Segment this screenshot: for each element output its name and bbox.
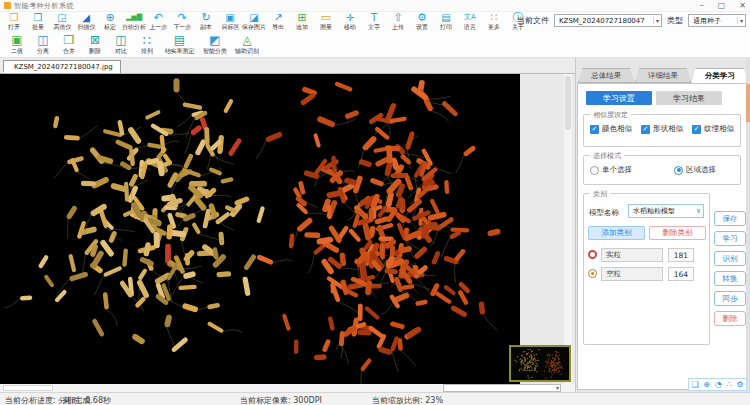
vertical-scrollbar-thumb[interactable] [565, 76, 571, 130]
binary-button[interactable]: ▣二值 [4, 34, 30, 57]
chevron-down-icon: ∨ [694, 207, 701, 215]
export-icon: ↗ [273, 12, 282, 23]
checkbox-label: 颜色相似 [602, 124, 632, 134]
学习-button[interactable]: 学习 [714, 231, 746, 246]
document-tab[interactable]: KZSM_20240727180047.jpg [3, 60, 121, 73]
measure-button[interactable]: ▭测量 [314, 12, 338, 33]
magnifier-device-button[interactable]: ◲高倍仪 [50, 12, 74, 33]
category-name-field[interactable]: 空粒 [601, 267, 663, 281]
target-area-icon: ▣ [225, 12, 234, 23]
close-button[interactable]: ✕ [739, 1, 746, 11]
upload-button[interactable]: ⇧上传 [386, 12, 410, 33]
text-icon: T [371, 12, 377, 23]
tab-detail-results[interactable]: 详细结果 [635, 68, 692, 83]
copy-button[interactable]: ↻副本 [194, 12, 218, 33]
folder-open-button[interactable]: ❐打开 [2, 12, 26, 33]
type-select[interactable]: 通用种子 ▾ [688, 14, 746, 27]
toolbar-item-label: 二值 [11, 47, 23, 56]
maximize-button[interactable]: ▢ [718, 1, 726, 11]
识别-button[interactable]: 识别 [714, 251, 746, 266]
batch-capture-button[interactable]: ❒批量 [26, 12, 50, 33]
status-item-3: 当前缩放比例: 23% [372, 395, 443, 405]
status-item-1: 耗时: 0.68秒 [64, 395, 111, 405]
learning-results-button[interactable]: 学习结果 [656, 91, 722, 105]
trash-button[interactable]: ⊠删除 [82, 34, 108, 57]
smart-classify-icon: ◩ [209, 34, 220, 47]
arrange-button[interactable]: ∷排列 [134, 34, 160, 57]
model-name-select[interactable]: 水稻籼粒模型 ∨ [628, 204, 704, 218]
trash-icon: ⊠ [90, 34, 100, 47]
points-icon[interactable]: ∴ [727, 379, 732, 390]
settings-button[interactable]: ⚙设置 [410, 12, 434, 33]
append-button[interactable]: ⊞追加 [290, 12, 314, 33]
assist-recognize-button[interactable]: ◬辅助识别 [231, 34, 263, 57]
edit-toolbar: ▣二值◫分离❒合并⊠删除◫对比∷排列▤结实率测定◩智能分类◬辅助识别 [0, 31, 750, 58]
minimize-button[interactable]: – [700, 1, 704, 11]
print-button[interactable]: ▤打印 [434, 12, 458, 33]
save-image-button[interactable]: ◪保存图片 [242, 12, 266, 33]
split-button[interactable]: ◫分离 [30, 34, 56, 57]
select-mode-group: 选择模式 单个选择区域选择 [583, 155, 741, 185]
horizontal-scrollbar-thumb[interactable] [3, 385, 53, 391]
category-marker-icon[interactable] [588, 250, 597, 259]
删除-button[interactable]: 删除 [714, 311, 746, 326]
move-button[interactable]: ✛移动 [338, 12, 362, 33]
merge-button[interactable]: ❒合并 [56, 34, 82, 57]
similarity-legend: 相似度设定 [590, 110, 631, 120]
tab-overall-results[interactable]: 总体结果 [578, 68, 635, 83]
more-button[interactable]: ∷更多 [482, 12, 506, 33]
target-area-button[interactable]: ▣目标区 [218, 12, 242, 33]
settings-icon: ⚙ [417, 12, 427, 23]
batch-capture-icon: ❒ [34, 12, 43, 23]
horizontal-scrollbar[interactable]: ▾ [0, 384, 575, 392]
auto-analyze-button[interactable]: ▂▅▇自动分析 [122, 12, 146, 33]
undo-button[interactable]: ↶上一步 [146, 12, 170, 33]
smart-classify-button[interactable]: ◩智能分类 [199, 34, 231, 57]
binary-icon: ▣ [11, 34, 22, 47]
gear-icon[interactable]: ⚙ [736, 379, 743, 390]
category-marker-icon[interactable] [588, 269, 597, 278]
panel-scrollbar-thumb[interactable] [746, 84, 750, 122]
text-button[interactable]: T文字 [362, 12, 386, 33]
select-mode-radio-1[interactable]: 区域选择 [674, 165, 716, 175]
seed-rate-button[interactable]: ▤结实率测定 [160, 34, 199, 57]
learning-settings-button[interactable]: 学习设置 [586, 91, 652, 105]
toolbar-item-label: 智能分类 [203, 47, 227, 56]
center-target-icon[interactable]: ⊕ [703, 379, 710, 390]
toolbar-item-label: 辅助识别 [235, 47, 259, 56]
panel-scrollbar[interactable] [746, 58, 750, 392]
split-icon: ◫ [37, 34, 48, 47]
upload-icon: ⇧ [393, 12, 402, 23]
similarity-checkbox-1[interactable]: ✓形状相似 [641, 124, 683, 134]
minimap-overview[interactable] [509, 345, 571, 382]
转换-button[interactable]: 转换 [714, 271, 746, 286]
select-mode-radio-0[interactable]: 单个选择 [590, 165, 632, 175]
seed-rate-icon: ▤ [174, 34, 185, 47]
similarity-checkbox-0[interactable]: ✓颜色相似 [590, 124, 632, 134]
redo-button[interactable]: ↷下一步 [170, 12, 194, 33]
canvas-zoom-select[interactable]: ▾ [443, 384, 561, 392]
scanner-icon: ◢ [82, 12, 90, 23]
compare-button[interactable]: ◫对比 [108, 34, 134, 57]
header-right: 当前文件 KZSM_20240727180047 ▾ 类型 通用种子 ▾ [517, 14, 746, 27]
delete-category-button[interactable]: 删除类别 [649, 226, 706, 240]
specimen-image[interactable] [0, 74, 520, 384]
language-button[interactable]: 文A语言 [458, 12, 482, 33]
similarity-checkbox-2[interactable]: ✓纹理相似 [692, 124, 734, 134]
calibrate-button[interactable]: ⊕标定 [98, 12, 122, 33]
curve-icon[interactable]: ◔ [715, 379, 722, 390]
tab-classify-learning[interactable]: 分类学习 [691, 68, 748, 83]
category-legend: 类别 [590, 189, 610, 199]
保存-button[interactable]: 保存 [714, 211, 746, 226]
fit-screen-icon[interactable]: ❏ [691, 379, 698, 390]
append-icon: ⊞ [297, 12, 306, 23]
current-file-select[interactable]: KZSM_20240727180047 ▾ [554, 14, 662, 27]
同步-button[interactable]: 同步 [714, 291, 746, 306]
export-button[interactable]: ↗导出 [266, 12, 290, 33]
add-category-button[interactable]: 添加类别 [588, 226, 645, 240]
category-name-field[interactable]: 实粒 [601, 248, 663, 262]
checkbox-checked-icon: ✓ [692, 125, 701, 134]
vertical-scrollbar[interactable] [564, 74, 572, 384]
calibrate-icon: ⊕ [105, 12, 114, 23]
scanner-button[interactable]: ◢扫描仪 [74, 12, 98, 33]
